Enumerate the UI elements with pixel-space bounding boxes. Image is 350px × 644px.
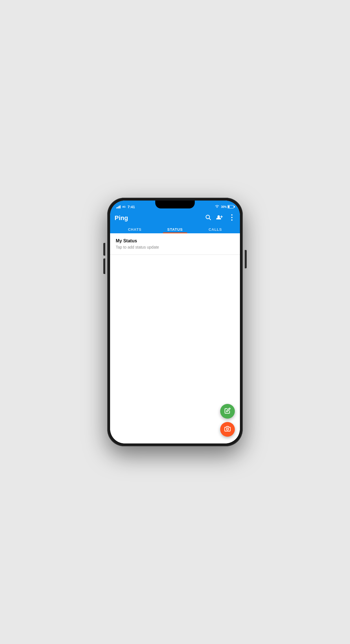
- signal-bar-3: [119, 206, 119, 208]
- add-contact-icon[interactable]: [216, 214, 223, 222]
- phone-screen: 4G 7:41 30%: [110, 201, 240, 443]
- wifi-icon: [215, 205, 219, 209]
- status-time: 7:41: [128, 205, 135, 209]
- camera-icon: [224, 426, 231, 433]
- status-bar-left: 4G 7:41: [116, 205, 135, 209]
- compose-fab-button[interactable]: [220, 404, 235, 419]
- signal-bar-1: [116, 207, 117, 208]
- signal-bar-4: [120, 205, 121, 208]
- header-top: Ping: [115, 214, 235, 225]
- network-type: 4G: [122, 205, 126, 208]
- tab-calls[interactable]: CALLS: [195, 225, 235, 233]
- app-screen: 4G 7:41 30%: [110, 201, 240, 443]
- power-button[interactable]: [245, 250, 247, 268]
- app-title: Ping: [115, 214, 128, 222]
- status-bar-right: 30%: [215, 205, 234, 209]
- battery-percent: 30%: [221, 205, 227, 208]
- battery-fill: [228, 206, 229, 208]
- search-icon[interactable]: [205, 214, 211, 222]
- tabs: CHATS STATUS CALLS: [115, 225, 235, 233]
- pencil-icon: [224, 408, 231, 415]
- svg-point-2: [217, 215, 220, 218]
- volume-down-button[interactable]: [103, 258, 105, 274]
- battery-icon: [228, 205, 234, 208]
- battery-container: 30%: [221, 205, 234, 208]
- volume-up-button[interactable]: [103, 243, 105, 256]
- svg-point-5: [226, 428, 228, 430]
- tab-chats[interactable]: CHATS: [115, 225, 155, 233]
- tab-status[interactable]: STATUS: [155, 225, 195, 233]
- signal-bar-2: [117, 207, 118, 208]
- phone-frame: 4G 7:41 30%: [107, 198, 243, 446]
- my-status-title: My Status: [116, 238, 234, 243]
- fab-container: [220, 404, 235, 437]
- my-status-subtitle: Tap to add status update: [116, 245, 234, 249]
- app-header: Ping: [110, 211, 240, 233]
- main-content: My Status Tap to add status update: [110, 233, 240, 443]
- svg-line-1: [209, 218, 211, 220]
- header-icons: ⋮: [205, 214, 235, 222]
- more-options-icon[interactable]: ⋮: [228, 214, 235, 221]
- camera-fab-button[interactable]: [220, 422, 235, 437]
- my-status-row[interactable]: My Status Tap to add status update: [110, 233, 240, 255]
- notch: [155, 201, 195, 208]
- signal-bars: [116, 205, 121, 208]
